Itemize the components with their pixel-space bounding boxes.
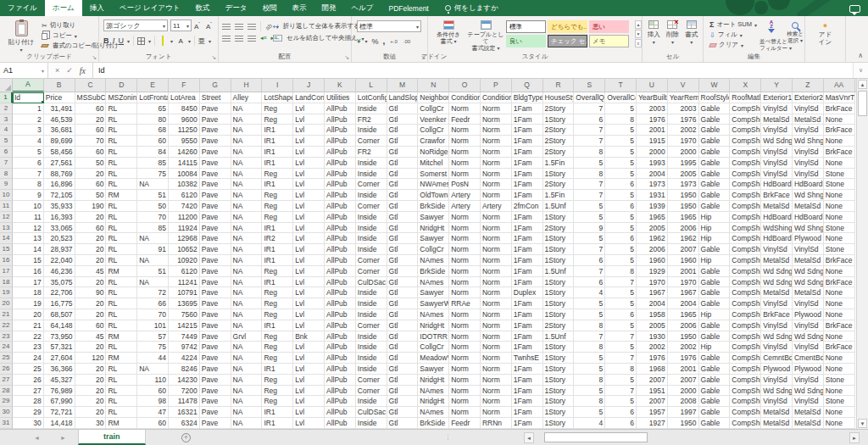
cell-T28[interactable]: 7 bbox=[605, 386, 637, 397]
cell-T14[interactable]: 6 bbox=[605, 233, 637, 244]
cell-T31[interactable]: 6 bbox=[605, 418, 637, 429]
cell-H13[interactable]: NA bbox=[231, 223, 263, 234]
cell-T6[interactable]: 5 bbox=[605, 147, 637, 158]
cell-W19[interactable]: Gable bbox=[699, 287, 731, 298]
cell-Q10[interactable]: 1Fam bbox=[512, 190, 543, 201]
cell-F18[interactable]: 11241 bbox=[169, 277, 200, 288]
cell-W10[interactable]: Gable bbox=[699, 190, 731, 201]
cell-P31[interactable]: RRNn bbox=[481, 418, 512, 429]
cell-L19[interactable]: Inside bbox=[356, 287, 387, 298]
phonetic-guide-button[interactable]: 亜 bbox=[198, 36, 205, 46]
cell-E3[interactable]: 80 bbox=[137, 114, 169, 125]
cell-R20[interactable]: 1Story bbox=[543, 298, 575, 309]
cell-A19[interactable]: 18 bbox=[13, 287, 44, 298]
cell-K27[interactable]: AllPub bbox=[325, 375, 356, 386]
cell-W27[interactable]: Gable bbox=[699, 375, 731, 386]
cell-X7[interactable]: CompShg bbox=[730, 158, 761, 169]
cell-Y25[interactable]: CemntBd bbox=[761, 353, 793, 364]
cell-S31[interactable]: 4 bbox=[574, 418, 605, 429]
cell-U27[interactable]: 2007 bbox=[637, 375, 668, 386]
cell-W13[interactable]: Hip bbox=[699, 223, 731, 234]
column-header-I[interactable]: I bbox=[262, 79, 293, 92]
cell-K22[interactable]: AllPub bbox=[325, 320, 356, 331]
cell-Y21[interactable]: BrkFace bbox=[761, 309, 793, 320]
cell-L29[interactable]: Inside bbox=[356, 396, 387, 407]
cell-C22[interactable]: 60 bbox=[75, 320, 107, 331]
cell-AA17[interactable]: None bbox=[824, 266, 855, 277]
fill-color-icon[interactable] bbox=[159, 36, 167, 45]
cell-X18[interactable]: CompShg bbox=[730, 277, 761, 288]
cell-Q11[interactable]: 2fmCon bbox=[512, 201, 543, 212]
cell-M2[interactable]: Gtl bbox=[387, 103, 419, 114]
cell-S27[interactable]: 8 bbox=[574, 375, 605, 386]
cell-O7[interactable]: Norm bbox=[449, 158, 481, 169]
row-header-6[interactable]: 6 bbox=[0, 147, 13, 158]
cell-Z17[interactable]: Wd Sdng bbox=[793, 266, 824, 277]
cell-B17[interactable]: 46,236 bbox=[44, 266, 75, 277]
cell-A7[interactable]: 6 bbox=[13, 158, 44, 169]
cell-W17[interactable]: Gable bbox=[699, 266, 731, 277]
cell-J15[interactable]: Lvl bbox=[293, 244, 325, 255]
cell-J25[interactable]: Lvl bbox=[293, 353, 325, 364]
cell-T13[interactable]: 5 bbox=[605, 223, 637, 234]
cell-U31[interactable]: 1927 bbox=[637, 418, 668, 429]
number-format-select[interactable]: 標準▾ bbox=[357, 20, 421, 32]
cell-A29[interactable]: 28 bbox=[13, 396, 44, 407]
cell-P24[interactable]: Norm bbox=[481, 342, 512, 353]
cell-F12[interactable]: 11200 bbox=[169, 212, 200, 223]
cell-S30[interactable]: 5 bbox=[574, 407, 605, 418]
cell-M18[interactable]: Gtl bbox=[387, 277, 419, 288]
cell-I17[interactable]: Reg bbox=[262, 266, 293, 277]
cell-S14[interactable]: 5 bbox=[574, 233, 605, 244]
cell-O6[interactable]: Norm bbox=[449, 147, 481, 158]
column-header-T[interactable]: T bbox=[605, 79, 637, 92]
cell-G16[interactable]: Pave bbox=[200, 255, 231, 266]
cell-W25[interactable]: Gable bbox=[699, 353, 731, 364]
gallery-more-icon[interactable]: ≡ bbox=[635, 39, 642, 47]
cell-O18[interactable]: Norm bbox=[449, 277, 481, 288]
cell-AA26[interactable]: None bbox=[824, 364, 855, 375]
cell-P9[interactable]: Norm bbox=[481, 179, 512, 190]
cell-E18[interactable]: NA bbox=[137, 277, 169, 288]
cell-M24[interactable]: Gtl bbox=[387, 342, 419, 353]
cell-J2[interactable]: Lvl bbox=[293, 103, 325, 114]
cell-W9[interactable]: Gable bbox=[699, 179, 731, 190]
cell-R25[interactable]: 1Story bbox=[543, 353, 575, 364]
cell-B3[interactable]: 46,539 bbox=[44, 114, 75, 125]
percent-format-icon[interactable]: % bbox=[371, 37, 378, 46]
cell-D31[interactable]: RM bbox=[106, 418, 137, 429]
cell-D19[interactable]: RL bbox=[106, 287, 137, 298]
cell-R17[interactable]: 1.5Unf bbox=[543, 266, 575, 277]
cell-Z19[interactable]: MetalSd bbox=[793, 287, 824, 298]
cell-AA28[interactable]: None bbox=[824, 386, 855, 397]
cell-P10[interactable]: Norm bbox=[481, 190, 512, 201]
cell-W8[interactable]: Gable bbox=[699, 169, 731, 180]
cell-H23[interactable]: Grvl bbox=[231, 331, 263, 342]
cell-Q12[interactable]: 1Fam bbox=[512, 212, 543, 223]
cell-Y4[interactable]: VinylSd bbox=[761, 125, 793, 136]
cell-U30[interactable]: 1957 bbox=[637, 407, 668, 418]
cell-H8[interactable]: NA bbox=[231, 169, 263, 180]
cell-S10[interactable]: 7 bbox=[574, 190, 605, 201]
cell-P8[interactable]: Norm bbox=[481, 169, 512, 180]
row-header-11[interactable]: 11 bbox=[0, 201, 13, 212]
cell-M6[interactable]: Gtl bbox=[387, 147, 419, 158]
cell-F19[interactable]: 10791 bbox=[169, 287, 200, 298]
cell-V29[interactable]: 2008 bbox=[668, 396, 699, 407]
cell-G6[interactable]: Pave bbox=[200, 147, 231, 158]
row-header-10[interactable]: 10 bbox=[0, 190, 13, 201]
cell-C11[interactable]: 190 bbox=[75, 201, 107, 212]
cell-Y18[interactable]: Wd Sdng bbox=[761, 277, 793, 288]
ribbon-tab-review[interactable]: 校閲 bbox=[254, 0, 284, 16]
cell-U23[interactable]: 1930 bbox=[637, 331, 668, 342]
cell-P29[interactable]: Norm bbox=[481, 396, 512, 407]
column-header-Y[interactable]: Y bbox=[761, 79, 793, 92]
cell-P3[interactable]: Norm bbox=[481, 114, 512, 125]
cell-Q20[interactable]: 1Fam bbox=[512, 298, 543, 309]
cell-I10[interactable]: Reg bbox=[262, 190, 293, 201]
cell-Y9[interactable]: HdBoard bbox=[761, 179, 793, 190]
cell-X24[interactable]: CompShg bbox=[730, 342, 761, 353]
cell-Q15[interactable]: 1Fam bbox=[512, 244, 543, 255]
cell-V1[interactable]: YearRemodAdd bbox=[668, 92, 699, 103]
cell-P2[interactable]: Norm bbox=[481, 103, 512, 114]
